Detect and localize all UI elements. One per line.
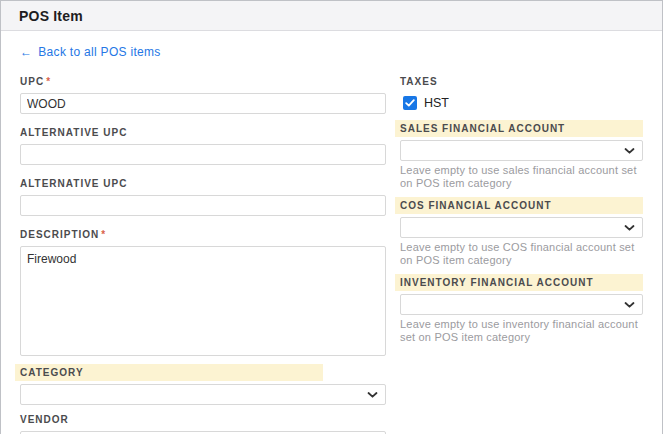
chevron-down-icon	[624, 301, 635, 308]
hst-checkbox-label: HST	[424, 96, 449, 110]
description-textarea[interactable]: Firewood	[20, 246, 386, 356]
category-select[interactable]	[20, 384, 386, 405]
checkmark-icon	[405, 99, 415, 107]
left-arrow-icon: ←	[20, 45, 32, 59]
inventory-financial-account-field-group: INVENTORY FINANCIAL ACCOUNT Leave empty …	[400, 274, 643, 344]
cos-financial-account-helper-text: Leave empty to use COS financial account…	[400, 241, 643, 267]
category-label: CATEGORY	[15, 364, 323, 381]
alternative-upc-2-field-group: ALTERNATIVE UPC	[20, 178, 386, 216]
sales-financial-account-select[interactable]	[400, 140, 643, 161]
inventory-financial-account-label: INVENTORY FINANCIAL ACCOUNT	[395, 274, 643, 291]
panel-header: POS Item	[1, 1, 662, 31]
vendor-label: VENDOR	[20, 414, 386, 426]
required-marker: *	[46, 76, 50, 87]
back-to-pos-items-link[interactable]: ← Back to all POS items	[20, 45, 161, 59]
pos-item-panel: POS Item ← Back to all POS items UPC* AL…	[0, 0, 663, 434]
back-link-label: Back to all POS items	[38, 45, 160, 59]
description-label-text: DESCRIPTION	[20, 229, 99, 240]
alternative-upc-1-input[interactable]	[20, 144, 386, 165]
upc-input[interactable]	[20, 93, 386, 114]
chevron-down-icon	[624, 224, 635, 231]
sales-financial-account-helper-text: Leave empty to use sales financial accou…	[400, 164, 643, 190]
taxes-label: TAXES	[400, 76, 643, 88]
chevron-down-icon	[624, 147, 635, 154]
sales-financial-account-label: SALES FINANCIAL ACCOUNT	[395, 120, 643, 137]
upc-label-text: UPC	[20, 76, 44, 87]
hst-checkbox[interactable]	[403, 96, 417, 110]
page-title: POS Item	[19, 8, 83, 24]
hst-checkbox-row[interactable]: HST	[403, 96, 643, 110]
cos-financial-account-select[interactable]	[400, 217, 643, 238]
sales-financial-account-field-group: SALES FINANCIAL ACCOUNT Leave empty to u…	[400, 120, 643, 190]
category-field-group: CATEGORY	[20, 364, 386, 405]
chevron-down-icon	[367, 391, 378, 398]
upc-label: UPC*	[20, 76, 386, 88]
alternative-upc-2-input[interactable]	[20, 195, 386, 216]
required-marker: *	[101, 229, 105, 240]
right-column: TAXES HST SALES FINANCIAL ACCOUNT	[400, 76, 643, 351]
cos-financial-account-label: COS FINANCIAL ACCOUNT	[395, 197, 643, 214]
description-field-group: DESCRIPTION* Firewood	[20, 229, 386, 356]
taxes-field-group: TAXES HST	[400, 76, 643, 110]
form-content: ← Back to all POS items UPC* ALTERNATIVE…	[1, 31, 662, 434]
description-label: DESCRIPTION*	[20, 229, 386, 241]
cos-financial-account-field-group: COS FINANCIAL ACCOUNT Leave empty to use…	[400, 197, 643, 267]
left-column: UPC* ALTERNATIVE UPC ALTERNATIVE UPC DES…	[20, 76, 386, 434]
alternative-upc-2-label: ALTERNATIVE UPC	[20, 178, 386, 190]
upc-field-group: UPC*	[20, 76, 386, 114]
alternative-upc-1-label: ALTERNATIVE UPC	[20, 127, 386, 139]
vendor-field-group: VENDOR Woodman	[20, 414, 386, 434]
inventory-financial-account-helper-text: Leave empty to use inventory financial a…	[400, 318, 643, 344]
inventory-financial-account-select[interactable]	[400, 294, 643, 315]
alternative-upc-1-field-group: ALTERNATIVE UPC	[20, 127, 386, 165]
